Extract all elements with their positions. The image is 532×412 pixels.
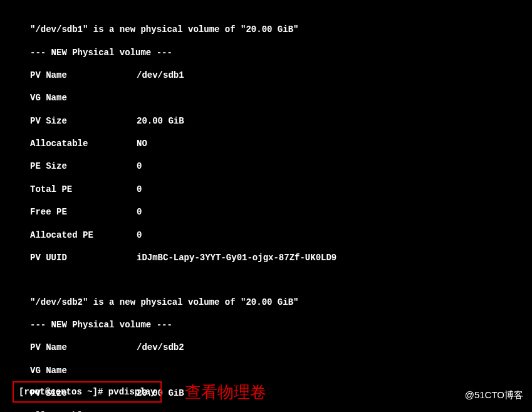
field-label: PV Size (30, 115, 137, 127)
field-label: PV UUID (30, 252, 137, 263)
pv-intro: "/dev/sdb2" is a new physical volume of … (30, 297, 532, 308)
watermark: @51CTO博客 (465, 389, 523, 401)
free-pe: 0 (137, 206, 142, 218)
pv-intro: "/dev/sdb1" is a new physical volume of … (30, 24, 532, 35)
pv-name: /dev/sdb1 (137, 70, 184, 81)
shell-prompt[interactable]: [root@centos ~]# pvdisplay (19, 387, 155, 397)
field-label: PE Size (30, 161, 137, 172)
field-label: Allocatable (30, 138, 137, 149)
field-label: PV Name (30, 342, 137, 353)
pv-name: /dev/sdb2 (137, 342, 184, 353)
pv-header: --- NEW Physical volume --- (30, 47, 532, 58)
total-pe: 0 (137, 184, 142, 195)
field-label: VG Name (30, 92, 137, 103)
field-label: Allocated PE (30, 230, 137, 241)
terminal-output: "/dev/sdb1" is a new physical volume of … (0, 0, 532, 412)
field-label: VG Name (30, 365, 137, 376)
prompt-highlight-box: [root@centos ~]# pvdisplay (13, 381, 162, 403)
pv-uuid: iDJmBC-Lapy-3YYT-Gy01-ojgx-87Zf-UK0LD9 (137, 252, 336, 263)
allocated-pe: 0 (137, 230, 142, 241)
pv-size: 20.00 GiB (137, 115, 184, 127)
annotation-text: 查看物理卷 (185, 382, 266, 403)
field-label: Total PE (30, 184, 137, 195)
pe-size: 0 (137, 161, 142, 172)
allocatable: NO (137, 138, 147, 149)
field-label: PV Name (30, 70, 137, 81)
field-label: Free PE (30, 206, 137, 218)
pv-header: --- NEW Physical volume --- (30, 319, 532, 330)
